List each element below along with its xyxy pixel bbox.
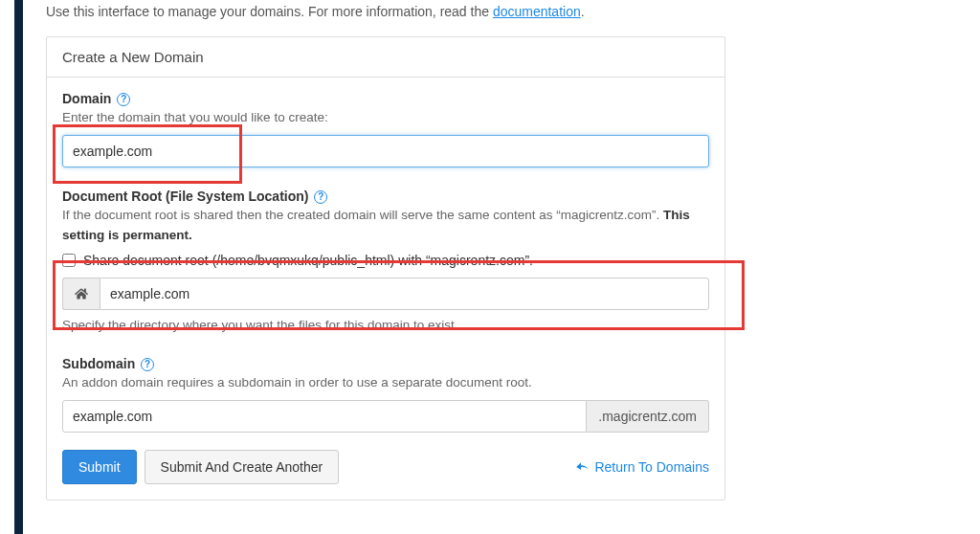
create-domain-panel: Create a New Domain Domain ? Enter the d…	[46, 36, 725, 501]
domain-label-row: Domain ?	[62, 91, 709, 106]
subdomain-help: An addon domain requires a subdomain in …	[62, 373, 709, 392]
docroot-label: Document Root (File System Location)	[62, 189, 308, 204]
intro-after: .	[581, 4, 585, 19]
docroot-help: If the document root is shared then the …	[62, 206, 709, 245]
share-docroot-row[interactable]: Share document root (/home/bvqmxukq/publ…	[62, 253, 709, 268]
subdomain-field-group: Subdomain ? An addon domain requires a s…	[62, 356, 709, 433]
left-nav-stripe	[14, 0, 23, 501]
share-docroot-checkbox[interactable]	[62, 254, 76, 267]
docroot-label-row: Document Root (File System Location) ?	[62, 189, 709, 204]
share-docroot-label: Share document root (/home/bvqmxukq/publ…	[83, 253, 533, 268]
home-icon	[62, 278, 100, 310]
panel-title: Create a New Domain	[47, 37, 724, 78]
actions-row: Submit Submit And Create Another Return …	[62, 450, 709, 484]
submit-create-another-button[interactable]: Submit And Create Another	[145, 450, 340, 484]
help-icon[interactable]: ?	[141, 358, 154, 371]
docroot-input[interactable]	[100, 278, 709, 310]
docroot-below-help: Specify the directory where you want the…	[62, 316, 709, 335]
domain-help: Enter the domain that you would like to …	[62, 108, 709, 127]
intro-before: Use this interface to manage your domain…	[46, 4, 493, 19]
subdomain-label: Subdomain	[62, 356, 135, 371]
domain-input[interactable]	[62, 135, 709, 167]
return-label: Return To Domains	[594, 459, 709, 475]
subdomain-suffix: .magicrentz.com	[587, 400, 709, 433]
docroot-input-group	[62, 278, 709, 310]
subdomain-label-row: Subdomain ?	[62, 356, 709, 371]
docroot-help-before: If the document root is shared then the …	[62, 208, 663, 222]
docroot-field-group: Document Root (File System Location) ? I…	[62, 189, 709, 335]
domain-field-group: Domain ? Enter the domain that you would…	[62, 91, 709, 167]
subdomain-input[interactable]	[62, 400, 587, 433]
return-to-domains-link[interactable]: Return To Domains	[576, 459, 709, 475]
page-content: Use this interface to manage your domain…	[46, 0, 926, 501]
reply-icon	[576, 460, 590, 474]
domain-label: Domain	[62, 91, 111, 106]
subdomain-input-group: .magicrentz.com	[62, 400, 709, 433]
help-icon[interactable]: ?	[117, 93, 130, 106]
panel-body: Domain ? Enter the domain that you would…	[47, 78, 724, 500]
documentation-link[interactable]: documentation	[493, 4, 581, 19]
help-icon[interactable]: ?	[314, 190, 327, 204]
submit-button[interactable]: Submit	[62, 450, 137, 484]
intro-text: Use this interface to manage your domain…	[46, 0, 926, 31]
